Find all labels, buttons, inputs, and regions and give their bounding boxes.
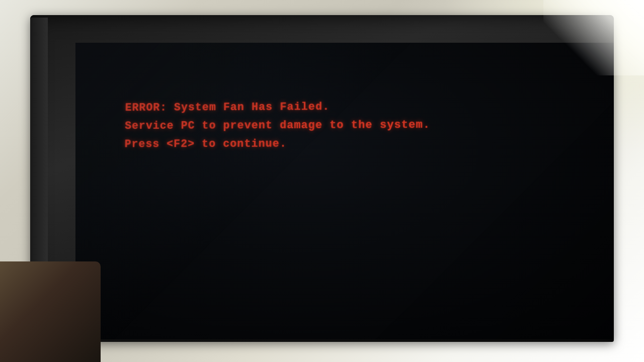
- bright-corner: [543, 0, 644, 75]
- photo-container: ERROR: System Fan Has Failed. Service PC…: [0, 0, 644, 362]
- error-line-2: Service PC to prevent damage to the syst…: [125, 117, 430, 134]
- error-line-3: Press <F2> to continue.: [124, 135, 430, 152]
- foreground-object: [0, 261, 101, 362]
- screen-content: ERROR: System Fan Has Failed. Service PC…: [77, 43, 614, 339]
- bios-error-display: ERROR: System Fan Has Failed. Service PC…: [124, 98, 430, 154]
- error-line-1: ERROR: System Fan Has Failed.: [125, 98, 431, 116]
- monitor-bezel: ERROR: System Fan Has Failed. Service PC…: [30, 15, 614, 342]
- monitor-screen: ERROR: System Fan Has Failed. Service PC…: [75, 43, 614, 339]
